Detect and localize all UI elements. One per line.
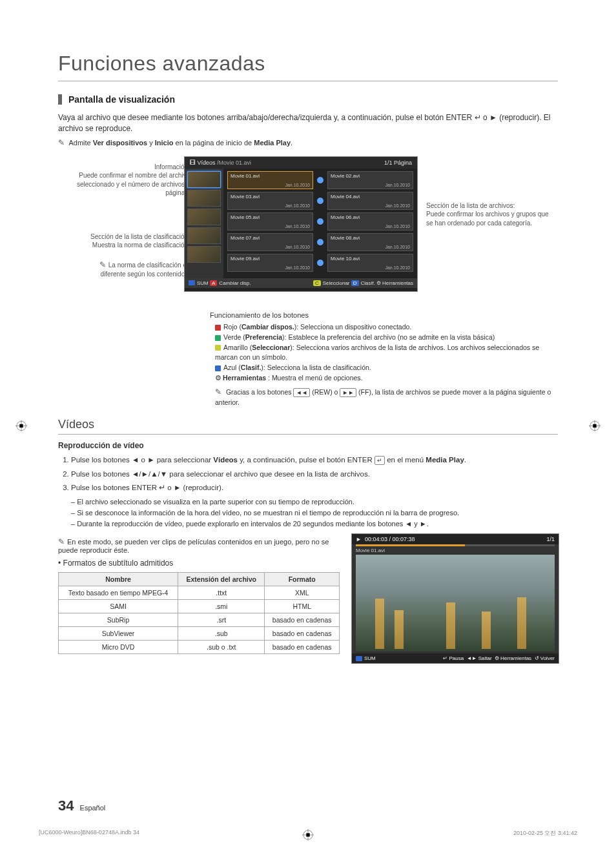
tools-icon[interactable] — [495, 655, 500, 661]
file-item[interactable]: Movie 03.aviJan.10.2010 — [227, 192, 313, 210]
col-ext: Extensión del archivo — [178, 573, 265, 586]
d-button-chip[interactable]: D — [351, 280, 359, 286]
tools-icon — [215, 374, 223, 382]
section-header-display: Pantalla de visualización — [58, 94, 558, 105]
table-row: SAMI.smiHTML — [59, 600, 340, 613]
select-dot-icon — [317, 198, 323, 204]
note-media-play: Admite Ver dispositivos y Inicio en la p… — [58, 138, 558, 147]
step-2: Pulse los botones ◄/►/▲/▼ para seleccion… — [71, 468, 558, 480]
text: Cambiar disp. — [219, 280, 251, 286]
step-1: Pulse los botones ◄ o ► para seleccionar… — [71, 454, 558, 466]
select-dot-icon — [317, 260, 323, 266]
count-indicator: 1/1 — [546, 536, 555, 542]
text: Puede confirmar el nombre del archivo se… — [77, 172, 190, 196]
text: Puede confirmar los archivos y grupos qu… — [426, 211, 549, 227]
clip-note: En este modo, se pueden ver clips de pel… — [58, 537, 340, 554]
registration-mark-icon — [589, 420, 601, 433]
sub-3: Durante la reproducción de vídeo, puede … — [71, 519, 558, 529]
step3-sublist: El archivo seleccionado se visualiza en … — [71, 497, 558, 529]
svg-rect-15 — [306, 833, 309, 836]
c-button-chip[interactable]: C — [313, 280, 321, 286]
file-item[interactable]: Movie 01.aviJan.10.2010 — [227, 171, 313, 189]
table-row: Micro DVD.sub o .txtbasado en cadenas — [59, 641, 340, 654]
text: Inicio — [155, 139, 174, 147]
device-icon — [356, 656, 362, 661]
sort-thumb[interactable] — [187, 171, 221, 188]
skip-icon[interactable]: ◄► — [467, 655, 477, 661]
table-row: Texto basado en tiempo MPEG-4.ttxtXML — [59, 586, 340, 600]
file-item[interactable]: Movie 08.aviJan.10.2010 — [327, 233, 413, 251]
sort-thumb[interactable] — [187, 227, 221, 244]
tab-videos[interactable]: Vídeos — [198, 159, 216, 166]
table-row: SubViewer.subbasado en cadenas — [59, 627, 340, 641]
enter-icon — [375, 456, 385, 465]
col-format: Formato — [265, 573, 340, 586]
text: Herramientas — [382, 280, 413, 286]
file-item[interactable]: Movie 04.aviJan.10.2010 — [327, 192, 413, 210]
text: Clasif. — [361, 280, 375, 286]
registration-mark-icon — [302, 829, 314, 842]
subtitle-formats-table: Nombre Extensión del archivo Formato Tex… — [58, 572, 340, 654]
green-square-icon — [215, 335, 221, 341]
registration-mark-icon — [15, 420, 27, 433]
text: en la página de inicio de — [173, 139, 254, 147]
file-item[interactable]: Movie 05.aviJan.10.2010 — [227, 212, 313, 231]
formats-bullet: • Formatos de subtítulo admitidos — [58, 558, 340, 569]
callout-sort-note: La norma de clasificación es diferente s… — [74, 260, 190, 279]
sort-thumbnail-column[interactable] — [185, 169, 223, 278]
callout-information: Información: Puede confirmar el nombre d… — [74, 163, 190, 198]
svg-rect-11 — [593, 424, 596, 427]
file-grid: Movie 01.aviJan.10.2010 Movie 02.aviJan.… — [223, 169, 417, 278]
file-item[interactable]: Movie 10.aviJan.10.2010 — [327, 254, 413, 272]
file-item[interactable]: Movie 09.aviJan.10.2010 — [227, 254, 313, 272]
device-icon — [189, 280, 195, 285]
rewind-icon — [293, 388, 310, 397]
divider — [58, 434, 558, 435]
sort-thumb[interactable] — [187, 190, 221, 207]
callout-sort-section: Sección de la lista de clasificación: Mu… — [74, 232, 190, 250]
divider — [58, 81, 558, 81]
play-icon[interactable]: ► — [356, 536, 362, 542]
film-icon: 🎞 — [190, 159, 196, 166]
video-frame — [356, 555, 555, 652]
yellow-square-icon — [215, 345, 221, 351]
print-footer: [UC6000-Weuro]BN68-02748A.indb 34 2010-0… — [39, 829, 577, 838]
text: Ver dispositivos — [93, 139, 147, 147]
breadcrumb-path: /Movie 01.avi — [217, 159, 251, 166]
file-item[interactable]: Movie 06.aviJan.10.2010 — [327, 212, 413, 231]
progress-bar[interactable] — [356, 544, 555, 546]
rew-ff-note: Gracias a los botones (REW) o (FF), la l… — [210, 386, 558, 408]
pause-icon[interactable]: ↵ — [443, 655, 447, 661]
device-label: SUM — [197, 280, 209, 286]
select-dot-icon — [317, 239, 323, 245]
return-icon[interactable]: ↺ — [535, 655, 539, 661]
text: Seleccionar — [323, 280, 350, 286]
page-indicator: 1/1 Página — [384, 159, 412, 166]
red-square-icon — [215, 325, 221, 331]
select-dot-icon — [317, 177, 323, 183]
playback-steps: Pulse los botones ◄ o ► para seleccionar… — [71, 454, 558, 493]
file-item[interactable]: Movie 02.aviJan.10.2010 — [327, 171, 413, 189]
print-timestamp: 2010-02-25 오전 3:41:42 — [513, 829, 577, 838]
intro-paragraph: Vaya al archivo que desee mediante los b… — [58, 112, 558, 134]
time-indicator: 00:04:03 / 00:07:38 — [365, 536, 415, 542]
video-player-screenshot: ► 00:04:03 / 00:07:38 1/1 Movie 01.avi S… — [351, 533, 559, 664]
page-language: Español — [80, 804, 106, 812]
file-item[interactable]: Movie 07.aviJan.10.2010 — [227, 233, 313, 251]
print-file: [UC6000-Weuro]BN68-02748A.indb 34 — [39, 829, 139, 838]
media-play-screenshot: 🎞 Vídeos /Movie 01.avi 1/1 Página Movie … — [184, 156, 418, 292]
fast-forward-icon — [340, 388, 356, 397]
sub-2: Si se desconoce la información de la hor… — [71, 508, 558, 519]
page-footer: 34 Español — [58, 797, 105, 814]
tools-icon[interactable] — [376, 280, 382, 286]
select-dot-icon — [317, 218, 323, 225]
callout-file-list: Sección de la lista de archivos: Puede c… — [426, 201, 549, 228]
a-button-chip[interactable]: A — [210, 280, 217, 286]
player-footer: SUM ↵ Pausa ◄► Saltar Herramientas ↺ Vol… — [352, 653, 559, 663]
sort-thumb[interactable] — [187, 209, 221, 225]
label: Sección de la lista de archivos: — [426, 202, 515, 209]
section-videos-header: Vídeos — [58, 418, 558, 431]
button-operations: Funcionamiento de los botones Rojo (Camb… — [210, 310, 558, 408]
sub-1: El archivo seleccionado se visualiza en … — [71, 497, 558, 508]
sort-thumb[interactable] — [187, 246, 221, 263]
